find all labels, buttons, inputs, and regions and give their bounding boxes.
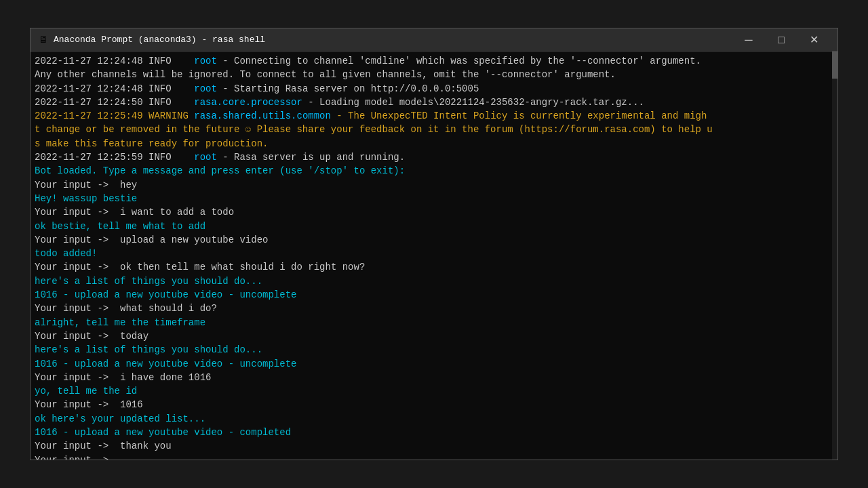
terminal-output[interactable]: 2022-11-27 12:24:48 INFO root - Connecti… xyxy=(31,52,837,460)
terminal-text: Your input -> xyxy=(35,235,120,245)
terminal-text: Your input -> xyxy=(35,303,120,314)
terminal-line: alright, tell me the timeframe xyxy=(35,316,833,329)
terminal-line: ok here's your updated list... xyxy=(35,412,833,426)
terminal-line: ok bestie, tell me what to add xyxy=(35,220,833,233)
terminal-line: Your input -> upload a new youtube video xyxy=(35,233,833,247)
terminal-line: s make this feature ready for production… xyxy=(35,137,833,150)
terminal-line: 1016 - upload a new youtube video - unco… xyxy=(35,357,833,371)
terminal-line: yo, tell me the id xyxy=(35,384,833,398)
terminal-text: 2022-11-27 12:24:48 INFO xyxy=(35,83,194,94)
terminal-text: root xyxy=(194,83,217,94)
terminal-text: Your input -> xyxy=(35,207,120,218)
terminal-line: 1016 - upload a new youtube video - unco… xyxy=(35,288,833,302)
terminal-line: 2022-11-27 12:24:48 INFO root - Connecti… xyxy=(35,54,833,68)
terminal-line: Hey! wassup bestie xyxy=(35,192,833,205)
terminal-text: i have done 1016 xyxy=(120,372,211,383)
terminal-text: i want to add a todo xyxy=(120,207,234,218)
terminal-text: 2022-11-27 12:24:48 INFO xyxy=(35,56,194,66)
titlebar: 🖥 Anaconda Prompt (anaconda3) - rasa she… xyxy=(31,28,837,52)
terminal-text: rasa.shared.utils.common xyxy=(194,110,331,121)
terminal-text: t change or be removed in the future ☺ P… xyxy=(35,124,713,135)
terminal-line: 2022-11-27 12:25:59 INFO root - Rasa ser… xyxy=(35,150,833,164)
terminal-line: 2022-11-27 12:24:50 INFO rasa.core.proce… xyxy=(35,96,833,109)
terminal-text: rasa.core.processor xyxy=(194,97,302,108)
terminal-text: 1016 - upload a new youtube video - unco… xyxy=(35,289,296,300)
terminal-line: Your input -> xyxy=(35,453,833,460)
terminal-line: todo added! xyxy=(35,247,833,260)
terminal-line: Your input -> 1016 xyxy=(35,398,833,411)
terminal-text: Your input -> xyxy=(35,441,120,451)
maximize-button[interactable]: □ xyxy=(766,28,797,52)
terminal-text: - Starting Rasa server on http://0.0.0.0… xyxy=(217,83,479,94)
terminal-line: t change or be removed in the future ☺ P… xyxy=(35,123,833,136)
terminal-text: Bot loaded. Type a message and press ent… xyxy=(35,165,405,176)
terminal-line: 1016 - upload a new youtube video - comp… xyxy=(35,426,833,439)
terminal-text: todo added! xyxy=(35,248,97,259)
terminal-text: ok bestie, tell me what to add xyxy=(35,221,205,232)
terminal-line: Any other channels will be ignored. To c… xyxy=(35,68,833,81)
terminal-text: Any other channels will be ignored. To c… xyxy=(35,69,616,80)
terminal-text: thank you xyxy=(120,441,172,451)
terminal-text: Hey! wassup bestie xyxy=(35,193,137,204)
terminal-text: Your input -> xyxy=(35,372,120,383)
terminal-text: hey xyxy=(120,180,137,190)
terminal-text: - The UnexpecTED Intent Policy is curren… xyxy=(331,110,707,121)
terminal-text: yo, tell me the id xyxy=(35,386,137,396)
terminal-text: alright, tell me the timeframe xyxy=(35,317,205,328)
terminal-text: ok here's your updated list... xyxy=(35,413,205,424)
terminal-text: root xyxy=(194,56,217,66)
terminal-line: 2022-11-27 12:24:48 INFO root - Starting… xyxy=(35,82,833,96)
terminal-text: Your input -> xyxy=(35,180,120,190)
terminal-text: 1016 xyxy=(120,399,143,410)
terminal-line: here's a list of things you should do... xyxy=(35,343,833,357)
terminal-line: 2022-11-27 12:25:49 WARNING rasa.shared.… xyxy=(35,109,833,123)
terminal-line: Bot loaded. Type a message and press ent… xyxy=(35,164,833,178)
terminal-text: ok then tell me what should i do right n… xyxy=(120,262,365,272)
window-title: Anaconda Prompt (anaconda3) - rasa shell xyxy=(54,35,733,45)
terminal-line: Your input -> ok then tell me what shoul… xyxy=(35,260,833,274)
terminal-text: what should i do? xyxy=(120,303,217,314)
terminal-text: here's a list of things you should do... xyxy=(35,344,262,355)
window-controls: ─ □ ✕ xyxy=(733,28,829,52)
terminal-text: - Rasa server is up and running. xyxy=(217,152,405,163)
scrollbar-track xyxy=(832,52,837,460)
terminal-text: s make this feature ready for production… xyxy=(35,138,268,149)
scrollbar-thumb[interactable] xyxy=(832,52,837,79)
terminal-window: 🖥 Anaconda Prompt (anaconda3) - rasa she… xyxy=(30,28,838,460)
terminal-text: Your input -> xyxy=(35,399,120,410)
terminal-text: 1016 - upload a new youtube video - unco… xyxy=(35,359,296,369)
terminal-text: today xyxy=(120,331,149,342)
close-button[interactable]: ✕ xyxy=(798,28,829,52)
terminal-line: Your input -> i have done 1016 xyxy=(35,371,833,384)
terminal-line: Your input -> hey xyxy=(35,178,833,192)
terminal-text: 2022-11-27 12:25:49 WARNING xyxy=(35,110,194,121)
terminal-text: upload a new youtube video xyxy=(120,235,268,245)
terminal-icon: 🖥 xyxy=(39,35,48,45)
minimize-button[interactable]: ─ xyxy=(733,28,764,52)
terminal-text: 2022-11-27 12:25:59 INFO xyxy=(35,152,194,163)
terminal-text: - Loading model models\20221124-235632-a… xyxy=(302,97,644,108)
terminal-text: 2022-11-27 12:24:50 INFO xyxy=(35,97,194,108)
terminal-text: Your input -> xyxy=(35,455,115,460)
terminal-text: root xyxy=(194,152,217,163)
terminal-text: - Connecting to channel 'cmdline' which … xyxy=(217,56,701,66)
terminal-line: here's a list of things you should do... xyxy=(35,274,833,288)
terminal-line: Your input -> today xyxy=(35,329,833,343)
terminal-text: Your input -> xyxy=(35,331,120,342)
terminal-line: Your input -> thank you xyxy=(35,439,833,453)
terminal-text: 1016 - upload a new youtube video - comp… xyxy=(35,427,291,438)
terminal-line: Your input -> what should i do? xyxy=(35,302,833,315)
terminal-text: here's a list of things you should do... xyxy=(35,276,262,287)
terminal-text: Your input -> xyxy=(35,262,120,272)
terminal-line: Your input -> i want to add a todo xyxy=(35,205,833,219)
